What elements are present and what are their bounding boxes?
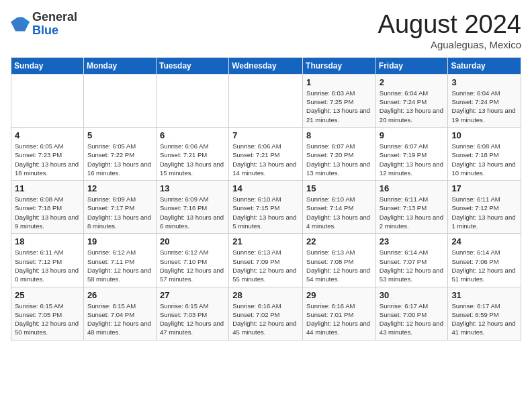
calendar-cell: 8Sunrise: 6:07 AMSunset: 7:20 PMDaylight… <box>303 127 376 180</box>
day-info: Sunrise: 6:10 AMSunset: 7:15 PMDaylight:… <box>232 195 299 230</box>
calendar-cell: 27Sunrise: 6:15 AMSunset: 7:03 PMDayligh… <box>156 287 228 340</box>
calendar-cell: 12Sunrise: 6:09 AMSunset: 7:17 PMDayligh… <box>83 181 156 234</box>
calendar-cell <box>156 74 228 127</box>
day-info: Sunrise: 6:17 AMSunset: 6:59 PMDaylight:… <box>451 302 517 337</box>
day-info: Sunrise: 6:07 AMSunset: 7:19 PMDaylight:… <box>380 142 445 177</box>
day-info: Sunrise: 6:11 AMSunset: 7:12 PMDaylight:… <box>15 248 80 283</box>
day-number: 15 <box>306 183 372 193</box>
day-info: Sunrise: 6:07 AMSunset: 7:20 PMDaylight:… <box>306 142 372 177</box>
day-info: Sunrise: 6:15 AMSunset: 7:03 PMDaylight:… <box>160 302 225 337</box>
day-number: 24 <box>451 236 517 246</box>
calendar-body: 1Sunrise: 6:03 AMSunset: 7:25 PMDaylight… <box>11 74 521 340</box>
day-number: 8 <box>306 130 372 140</box>
day-number: 3 <box>451 77 517 87</box>
day-info: Sunrise: 6:11 AMSunset: 7:12 PMDaylight:… <box>451 195 517 230</box>
calendar-cell: 25Sunrise: 6:15 AMSunset: 7:05 PMDayligh… <box>11 287 84 340</box>
day-info: Sunrise: 6:12 AMSunset: 7:10 PMDaylight:… <box>160 248 225 283</box>
calendar-cell: 29Sunrise: 6:16 AMSunset: 7:01 PMDayligh… <box>303 287 376 340</box>
calendar-week-row: 25Sunrise: 6:15 AMSunset: 7:05 PMDayligh… <box>11 287 521 340</box>
day-info: Sunrise: 6:14 AMSunset: 7:06 PMDaylight:… <box>451 248 517 283</box>
calendar-cell: 10Sunrise: 6:08 AMSunset: 7:18 PMDayligh… <box>448 127 521 180</box>
weekday-header: Friday <box>375 57 448 74</box>
day-info: Sunrise: 6:06 AMSunset: 7:21 PMDaylight:… <box>160 142 225 177</box>
logo: General Blue <box>11 11 77 38</box>
calendar-cell: 17Sunrise: 6:11 AMSunset: 7:12 PMDayligh… <box>448 181 521 234</box>
day-info: Sunrise: 6:05 AMSunset: 7:22 PMDaylight:… <box>87 142 152 177</box>
day-number: 13 <box>160 183 225 193</box>
day-number: 6 <box>160 130 225 140</box>
day-info: Sunrise: 6:15 AMSunset: 7:04 PMDaylight:… <box>87 302 152 337</box>
day-number: 18 <box>15 236 80 246</box>
calendar-cell: 24Sunrise: 6:14 AMSunset: 7:06 PMDayligh… <box>448 234 521 287</box>
weekday-header: Monday <box>83 57 156 74</box>
day-number: 17 <box>451 183 517 193</box>
calendar-cell: 9Sunrise: 6:07 AMSunset: 7:19 PMDaylight… <box>375 127 448 180</box>
day-number: 30 <box>380 290 445 300</box>
day-number: 9 <box>380 130 445 140</box>
day-info: Sunrise: 6:06 AMSunset: 7:21 PMDaylight:… <box>232 142 299 177</box>
calendar-cell <box>11 74 84 127</box>
day-info: Sunrise: 6:10 AMSunset: 7:14 PMDaylight:… <box>306 195 372 230</box>
day-info: Sunrise: 6:16 AMSunset: 7:01 PMDaylight:… <box>306 302 372 337</box>
weekday-header: Wednesday <box>229 57 303 74</box>
calendar-cell: 11Sunrise: 6:08 AMSunset: 7:18 PMDayligh… <box>11 181 84 234</box>
day-number: 10 <box>451 130 517 140</box>
page-header: General Blue August 2024 Agualeguas, Mex… <box>11 11 521 50</box>
day-number: 21 <box>232 236 299 246</box>
calendar-week-row: 1Sunrise: 6:03 AMSunset: 7:25 PMDaylight… <box>11 74 521 127</box>
logo-text: General Blue <box>32 11 77 38</box>
calendar-cell: 13Sunrise: 6:09 AMSunset: 7:16 PMDayligh… <box>156 181 228 234</box>
calendar-cell <box>229 74 303 127</box>
calendar-week-row: 11Sunrise: 6:08 AMSunset: 7:18 PMDayligh… <box>11 181 521 234</box>
calendar-cell: 15Sunrise: 6:10 AMSunset: 7:14 PMDayligh… <box>303 181 376 234</box>
day-number: 12 <box>87 183 152 193</box>
day-number: 27 <box>160 290 225 300</box>
calendar-cell: 7Sunrise: 6:06 AMSunset: 7:21 PMDaylight… <box>229 127 303 180</box>
day-info: Sunrise: 6:13 AMSunset: 7:09 PMDaylight:… <box>232 248 299 283</box>
day-number: 5 <box>87 130 152 140</box>
calendar-cell: 31Sunrise: 6:17 AMSunset: 6:59 PMDayligh… <box>448 287 521 340</box>
day-number: 11 <box>15 183 80 193</box>
calendar-week-row: 4Sunrise: 6:05 AMSunset: 7:23 PMDaylight… <box>11 127 521 180</box>
calendar-cell <box>83 74 156 127</box>
title-block: August 2024 Agualeguas, Mexico <box>378 11 521 50</box>
day-info: Sunrise: 6:04 AMSunset: 7:24 PMDaylight:… <box>451 89 517 124</box>
day-number: 23 <box>380 236 445 246</box>
day-number: 4 <box>15 130 80 140</box>
day-number: 22 <box>306 236 372 246</box>
calendar-cell: 30Sunrise: 6:17 AMSunset: 7:00 PMDayligh… <box>375 287 448 340</box>
calendar-cell: 1Sunrise: 6:03 AMSunset: 7:25 PMDaylight… <box>303 74 376 127</box>
calendar-cell: 23Sunrise: 6:14 AMSunset: 7:07 PMDayligh… <box>375 234 448 287</box>
day-info: Sunrise: 6:11 AMSunset: 7:13 PMDaylight:… <box>380 195 445 230</box>
calendar-cell: 4Sunrise: 6:05 AMSunset: 7:23 PMDaylight… <box>11 127 84 180</box>
day-number: 19 <box>87 236 152 246</box>
day-info: Sunrise: 6:17 AMSunset: 7:00 PMDaylight:… <box>380 302 445 337</box>
calendar-cell: 22Sunrise: 6:13 AMSunset: 7:08 PMDayligh… <box>303 234 376 287</box>
day-number: 16 <box>380 183 445 193</box>
day-info: Sunrise: 6:03 AMSunset: 7:25 PMDaylight:… <box>306 89 372 124</box>
calendar-cell: 3Sunrise: 6:04 AMSunset: 7:24 PMDaylight… <box>448 74 521 127</box>
calendar-cell: 18Sunrise: 6:11 AMSunset: 7:12 PMDayligh… <box>11 234 84 287</box>
day-number: 26 <box>87 290 152 300</box>
calendar-table: SundayMondayTuesdayWednesdayThursdayFrid… <box>11 57 521 340</box>
calendar-cell: 19Sunrise: 6:12 AMSunset: 7:11 PMDayligh… <box>83 234 156 287</box>
day-number: 25 <box>15 290 80 300</box>
calendar-cell: 6Sunrise: 6:06 AMSunset: 7:21 PMDaylight… <box>156 127 228 180</box>
calendar-cell: 28Sunrise: 6:16 AMSunset: 7:02 PMDayligh… <box>229 287 303 340</box>
calendar-header-row: SundayMondayTuesdayWednesdayThursdayFrid… <box>11 57 521 74</box>
day-number: 1 <box>306 77 372 87</box>
weekday-header: Saturday <box>448 57 521 74</box>
day-info: Sunrise: 6:04 AMSunset: 7:24 PMDaylight:… <box>380 89 445 124</box>
day-info: Sunrise: 6:15 AMSunset: 7:05 PMDaylight:… <box>15 302 80 337</box>
day-info: Sunrise: 6:09 AMSunset: 7:17 PMDaylight:… <box>87 195 152 230</box>
day-number: 29 <box>306 290 372 300</box>
calendar-cell: 14Sunrise: 6:10 AMSunset: 7:15 PMDayligh… <box>229 181 303 234</box>
location: Agualeguas, Mexico <box>378 39 521 50</box>
day-number: 7 <box>232 130 299 140</box>
day-number: 20 <box>160 236 225 246</box>
calendar-cell: 20Sunrise: 6:12 AMSunset: 7:10 PMDayligh… <box>156 234 228 287</box>
calendar-cell: 21Sunrise: 6:13 AMSunset: 7:09 PMDayligh… <box>229 234 303 287</box>
calendar-cell: 5Sunrise: 6:05 AMSunset: 7:22 PMDaylight… <box>83 127 156 180</box>
day-info: Sunrise: 6:09 AMSunset: 7:16 PMDaylight:… <box>160 195 225 230</box>
day-info: Sunrise: 6:14 AMSunset: 7:07 PMDaylight:… <box>380 248 445 283</box>
